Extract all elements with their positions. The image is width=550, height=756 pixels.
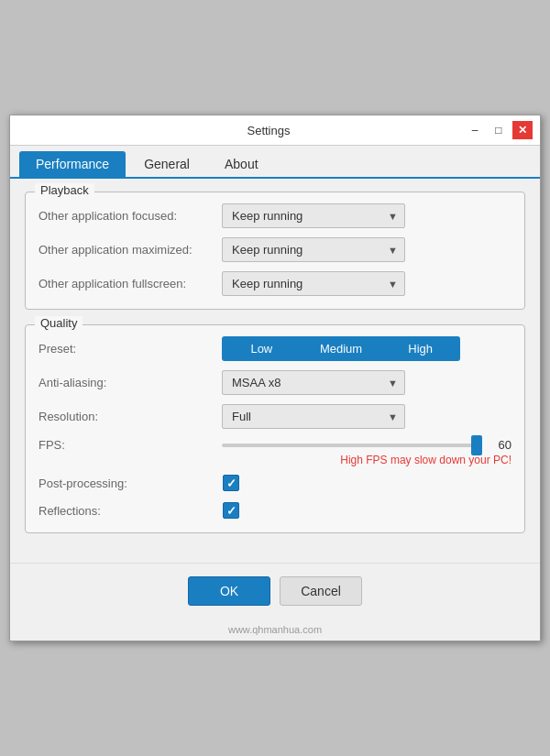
bottom-bar: OK Cancel <box>10 563 540 620</box>
tab-performance[interactable]: Performance <box>19 151 126 177</box>
title-bar: Settings – □ ✕ <box>10 115 540 146</box>
tab-bar: Performance General About <box>10 146 540 179</box>
tab-general[interactable]: General <box>127 151 206 177</box>
content-area: Playback Other application focused: Keep… <box>10 179 540 563</box>
reflections-row: Reflections: ✓ <box>38 501 512 520</box>
maximize-button[interactable]: □ <box>489 121 509 139</box>
resolution-control: Full Half Quarter ▼ <box>222 404 512 429</box>
preset-group: Low Medium High <box>222 336 460 361</box>
preset-low-button[interactable]: Low <box>222 336 302 361</box>
quality-section: Quality Preset: Low Medium High Anti-ali… <box>25 324 525 533</box>
preset-row: Preset: Low Medium High <box>38 336 512 361</box>
preset-medium-button[interactable]: Medium <box>302 336 381 361</box>
reflections-control: ✓ <box>222 501 512 520</box>
reflections-checkmark: ✓ <box>226 505 236 517</box>
reflections-checkbox-wrapper: ✓ <box>222 501 240 520</box>
antialiasing-select[interactable]: None MSAA x2 MSAA x4 MSAA x8 <box>222 370 405 395</box>
preset-high-button[interactable]: High <box>380 336 460 361</box>
cancel-button[interactable]: Cancel <box>280 576 362 606</box>
fps-warning: High FPS may slow down your PC! <box>38 454 512 466</box>
reflections-checkbox[interactable]: ✓ <box>223 502 239 519</box>
preset-label: Preset: <box>38 342 222 356</box>
window-title: Settings <box>248 124 291 137</box>
fps-slider-container: 60 <box>222 438 512 452</box>
minimize-button[interactable]: – <box>465 121 485 139</box>
watermark: www.qhmanhua.com <box>10 620 540 641</box>
antialiasing-label: Anti-aliasing: <box>38 376 222 389</box>
postprocessing-checkmark: ✓ <box>226 477 236 489</box>
playback-row-maximized: Other application maximized: Keep runnin… <box>38 237 512 262</box>
playback-maximized-select[interactable]: Keep running Pause Stop <box>222 237 405 262</box>
playback-fullscreen-select-wrapper: Keep running Pause Stop ▼ <box>222 271 405 296</box>
resolution-label: Resolution: <box>38 410 222 423</box>
antialiasing-control: None MSAA x2 MSAA x4 MSAA x8 ▼ <box>222 370 512 395</box>
playback-focused-select[interactable]: Keep running Pause Stop <box>222 203 405 228</box>
playback-focused-control: Keep running Pause Stop ▼ <box>222 203 512 228</box>
postprocessing-checkbox-wrapper: ✓ <box>222 474 240 492</box>
playback-focused-select-wrapper: Keep running Pause Stop ▼ <box>222 203 405 228</box>
fps-slider[interactable] <box>222 444 482 447</box>
fps-value: 60 <box>490 438 512 452</box>
playback-focused-label: Other application focused: <box>38 209 222 223</box>
antialiasing-row: Anti-aliasing: None MSAA x2 MSAA x4 MSAA… <box>38 370 512 395</box>
postprocessing-label: Post-processing: <box>38 477 222 490</box>
resolution-row: Resolution: Full Half Quarter ▼ <box>38 404 512 429</box>
playback-fullscreen-label: Other application fullscreen: <box>38 277 222 290</box>
postprocessing-row: Post-processing: ✓ <box>38 474 512 492</box>
playback-fullscreen-control: Keep running Pause Stop ▼ <box>222 271 512 296</box>
playback-title: Playback <box>35 183 94 197</box>
quality-title: Quality <box>35 316 82 330</box>
postprocessing-checkbox[interactable]: ✓ <box>223 475 239 491</box>
resolution-select[interactable]: Full Half Quarter <box>222 404 405 429</box>
reflections-label: Reflections: <box>38 504 222 518</box>
close-button[interactable]: ✕ <box>512 121 533 139</box>
tab-about[interactable]: About <box>208 151 275 177</box>
settings-window: Settings – □ ✕ Performance General About… <box>9 115 541 641</box>
playback-row-fullscreen: Other application fullscreen: Keep runni… <box>38 271 512 296</box>
playback-maximized-label: Other application maximized: <box>38 243 222 257</box>
playback-row-focused: Other application focused: Keep running … <box>38 203 512 228</box>
playback-section: Playback Other application focused: Keep… <box>25 192 525 310</box>
title-controls: – □ ✕ <box>465 121 533 139</box>
playback-maximized-select-wrapper: Keep running Pause Stop ▼ <box>222 237 405 262</box>
antialiasing-select-wrapper: None MSAA x2 MSAA x4 MSAA x8 ▼ <box>222 370 405 395</box>
postprocessing-control: ✓ <box>222 474 512 492</box>
playback-maximized-control: Keep running Pause Stop ▼ <box>222 237 512 262</box>
fps-row: FPS: 60 <box>38 438 512 452</box>
fps-label: FPS: <box>38 438 222 452</box>
resolution-select-wrapper: Full Half Quarter ▼ <box>222 404 405 429</box>
ok-button[interactable]: OK <box>188 576 270 606</box>
preset-control: Low Medium High <box>222 336 512 361</box>
playback-fullscreen-select[interactable]: Keep running Pause Stop <box>222 271 405 296</box>
